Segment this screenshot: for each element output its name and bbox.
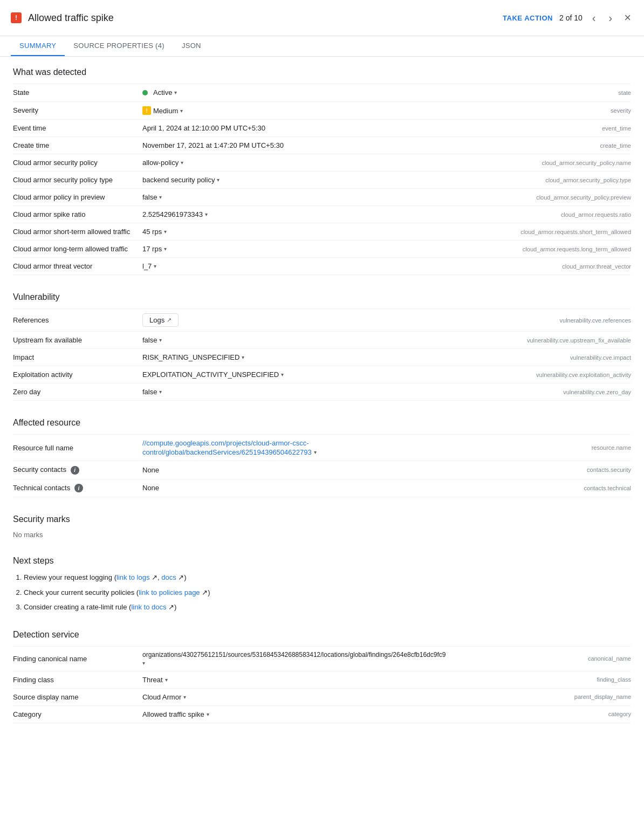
source-display-arrow[interactable]: ▾ <box>183 694 186 700</box>
short-term-arrow[interactable]: ▾ <box>164 229 167 235</box>
resource-link-line1[interactable]: //compute.googleapis.com/projects/cloud-… <box>142 439 523 447</box>
resource-link-line2-wrap: control/global/backendServices/625194396… <box>142 448 523 456</box>
close-button[interactable] <box>622 9 633 27</box>
canonical-name-arrow[interactable]: ▾ <box>142 660 145 666</box>
severity-icon: ! <box>142 106 151 115</box>
table-row: Event time April 1, 2024 at 12:10:00 PM … <box>13 120 631 137</box>
zero-day-value: false ▾ <box>142 388 162 396</box>
row-value: ! Medium ▾ <box>142 101 433 120</box>
table-row: Upstream fix available false ▾ vulnerabi… <box>13 332 631 349</box>
threat-vector-arrow[interactable]: ▾ <box>154 263 156 269</box>
policy-preview-text: false <box>142 193 157 201</box>
table-row: Technical contacts i None contacts.techn… <box>13 479 631 497</box>
tab-source-properties[interactable]: SOURCE PROPERTIES (4) <box>65 36 173 56</box>
row-meta: vulnerability.cve.references <box>440 309 631 332</box>
source-display-text: Cloud Armor <box>142 693 181 701</box>
table-row: Create time November 17, 2021 at 1:47:20… <box>13 137 631 154</box>
row-meta: cloud_armor.requests.short_term_allowed <box>433 223 631 241</box>
resource-name-arrow[interactable]: ▾ <box>314 449 317 455</box>
row-meta: finding_class <box>556 671 631 688</box>
row-label: Finding class <box>13 671 142 688</box>
upstream-fix-value: false ▾ <box>142 336 162 344</box>
impact-arrow[interactable]: ▾ <box>242 354 244 360</box>
row-value: organizations/430275612151/sources/53168… <box>142 646 556 671</box>
row-label: Source display name <box>13 688 142 705</box>
row-value: false ▾ <box>142 332 440 349</box>
section-next-steps: Next steps Review your request logging (… <box>13 556 631 613</box>
row-value: Logs ↗ <box>142 309 440 332</box>
row-value: November 17, 2021 at 1:47:20 PM UTC+5:30 <box>142 137 433 154</box>
row-meta: cloud_armor.requests.long_term_allowed <box>433 241 631 258</box>
row-label: Security contacts i <box>13 461 142 479</box>
row-meta: create_time <box>433 137 631 154</box>
resource-link-line2[interactable]: control/global/backendServices/625194396… <box>142 448 312 456</box>
state-text: Active <box>153 88 172 97</box>
link-to-docs-2[interactable]: link to docs <box>131 603 166 611</box>
section-detection-service: Detection service Finding canonical name… <box>13 630 631 723</box>
row-label: Impact <box>13 349 142 366</box>
row-meta: contacts.technical <box>530 479 631 497</box>
row-value: Cloud Armor ▾ <box>142 688 556 705</box>
link-to-logs[interactable]: link to logs <box>117 573 149 581</box>
zero-day-arrow[interactable]: ▾ <box>159 389 162 395</box>
external-icon-3: ↗ <box>202 588 208 596</box>
list-item: Review your request logging (link to log… <box>24 572 631 583</box>
long-term-value: 17 rps ▾ <box>142 245 167 253</box>
take-action-button[interactable]: TAKE ACTION <box>503 14 553 22</box>
severity-dropdown-arrow[interactable]: ▾ <box>180 108 183 114</box>
external-icon-2: ↗ <box>178 573 184 581</box>
table-row: Cloud armor policy in preview false ▾ cl… <box>13 189 631 206</box>
active-dot <box>142 90 148 95</box>
table-row: Cloud armor security policy type backend… <box>13 172 631 189</box>
exploitation-text: EXPLOITATION_ACTIVITY_UNSPECIFIED <box>142 371 279 379</box>
row-value: false ▾ <box>142 189 433 206</box>
row-label: State <box>13 84 142 102</box>
tab-json[interactable]: JSON <box>173 36 210 56</box>
policy-preview-arrow[interactable]: ▾ <box>159 194 162 200</box>
security-policy-type-value: backend security policy ▾ <box>142 176 220 184</box>
row-label: Cloud armor spike ratio <box>13 206 142 223</box>
category-arrow[interactable]: ▾ <box>207 711 209 717</box>
affected-resource-table: Resource full name //compute.googleapis.… <box>13 434 631 497</box>
security-policy-type-text: backend security policy <box>142 176 215 184</box>
table-row: Category Allowed traffic spike ▾ categor… <box>13 705 631 723</box>
next-steps-list: Review your request logging (link to log… <box>13 572 631 613</box>
row-meta: vulnerability.cve.upstream_fix_available <box>440 332 631 349</box>
long-term-arrow[interactable]: ▾ <box>164 246 167 252</box>
row-value: RISK_RATING_UNSPECIFIED ▾ <box>142 349 440 366</box>
security-policy-type-arrow[interactable]: ▾ <box>217 177 220 183</box>
row-label: Cloud armor policy in preview <box>13 189 142 206</box>
row-meta: contacts.security <box>530 461 631 479</box>
security-policy-arrow[interactable]: ▾ <box>181 160 183 166</box>
state-dropdown-arrow[interactable]: ▾ <box>174 90 177 95</box>
finding-class-arrow[interactable]: ▾ <box>165 677 168 683</box>
row-label: Resource full name <box>13 435 142 461</box>
next-button[interactable] <box>605 10 615 26</box>
row-label: Create time <box>13 137 142 154</box>
upstream-fix-arrow[interactable]: ▾ <box>159 337 162 343</box>
table-row: Impact RISK_RATING_UNSPECIFIED ▾ vulnera… <box>13 349 631 366</box>
link-to-policies[interactable]: link to policies page <box>139 588 200 596</box>
prev-button[interactable] <box>589 10 599 26</box>
spike-ratio-value: 2.52542961973343 ▾ <box>142 210 208 218</box>
security-contacts-info-icon[interactable]: i <box>71 466 79 475</box>
link-to-docs-1[interactable]: docs <box>161 573 176 581</box>
row-label: Upstream fix available <box>13 332 142 349</box>
section-title-vulnerability: Vulnerability <box>13 292 631 302</box>
finding-class-text: Threat <box>142 676 163 684</box>
section-affected-resource: Affected resource Resource full name //c… <box>13 418 631 497</box>
technical-contacts-info-icon[interactable]: i <box>74 484 83 492</box>
row-label: Cloud armor security policy <box>13 154 142 172</box>
exploitation-arrow[interactable]: ▾ <box>281 372 284 378</box>
main-content: What was detected State Active ▾ state <box>0 57 644 751</box>
spike-ratio-arrow[interactable]: ▾ <box>205 211 208 217</box>
section-vulnerability: Vulnerability References Logs ↗ vulnerab… <box>13 292 631 401</box>
category-value: Allowed traffic spike ▾ <box>142 710 209 718</box>
external-icon-1: ↗ <box>152 573 157 581</box>
table-row: Finding class Threat ▾ finding_class <box>13 671 631 688</box>
logs-button[interactable]: Logs ↗ <box>142 313 179 327</box>
row-label: Technical contacts i <box>13 479 142 497</box>
tab-summary[interactable]: SUMMARY <box>11 36 65 56</box>
vulnerability-table: References Logs ↗ vulnerability.cve.refe… <box>13 308 631 401</box>
row-label: References <box>13 309 142 332</box>
